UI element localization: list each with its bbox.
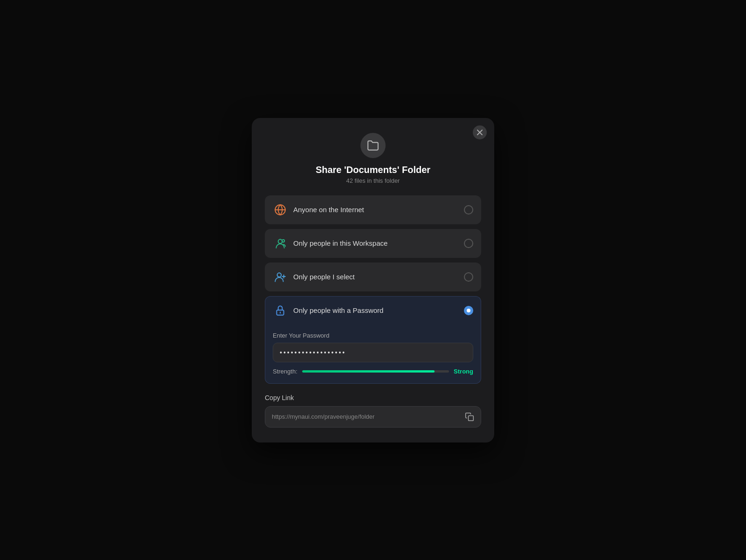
copy-section: Copy Link https://mynaui.com/praveenjuge…	[265, 394, 481, 428]
folder-icon	[360, 133, 386, 158]
person-add-icon	[273, 270, 288, 284]
option-password[interactable]: Only people with a Password	[265, 296, 481, 325]
copy-button[interactable]	[465, 412, 474, 422]
copy-row: https://mynaui.com/praveenjuge/folder	[265, 406, 481, 428]
svg-rect-8	[469, 415, 474, 421]
globe-icon	[273, 202, 288, 217]
strength-row: Strength: Strong	[273, 368, 473, 375]
copy-url-text: https://mynaui.com/praveenjuge/folder	[272, 413, 460, 420]
password-field-label: Enter Your Password	[273, 332, 473, 339]
lock-icon	[273, 303, 288, 318]
option-workspace-radio[interactable]	[464, 239, 473, 248]
option-password-block: Only people with a Password Enter Your P…	[265, 296, 481, 384]
option-select-radio[interactable]	[464, 272, 473, 282]
password-input[interactable]	[273, 343, 473, 362]
option-password-label: Only people with a Password	[293, 306, 383, 314]
modal-header: Share 'Documents' Folder 42 files in thi…	[265, 133, 481, 184]
option-anyone-radio[interactable]	[464, 205, 473, 214]
strength-value: Strong	[454, 368, 473, 375]
option-workspace-label: Only people in this Workspace	[293, 239, 387, 247]
password-expand-section: Enter Your Password Strength: Strong	[265, 325, 481, 384]
options-list: Anyone on the Internet Only people in th…	[265, 195, 481, 384]
svg-point-2	[282, 239, 284, 242]
option-anyone-label: Anyone on the Internet	[293, 206, 364, 214]
option-workspace[interactable]: Only people in this Workspace	[265, 229, 481, 258]
option-anyone[interactable]: Anyone on the Internet	[265, 195, 481, 224]
close-button[interactable]	[473, 125, 487, 139]
option-password-radio[interactable]	[464, 306, 473, 315]
strength-bar	[302, 370, 435, 373]
strength-bar-background	[302, 370, 449, 373]
option-select[interactable]: Only people I select	[265, 263, 481, 291]
modal-subtitle: 42 files in this folder	[346, 177, 400, 184]
share-modal: Share 'Documents' Folder 42 files in thi…	[252, 118, 494, 442]
strength-label: Strength:	[273, 368, 297, 375]
modal-title: Share 'Documents' Folder	[316, 165, 430, 175]
svg-point-3	[277, 273, 282, 277]
copy-label: Copy Link	[265, 394, 481, 401]
workspace-icon	[273, 236, 288, 251]
option-select-label: Only people I select	[293, 273, 355, 281]
